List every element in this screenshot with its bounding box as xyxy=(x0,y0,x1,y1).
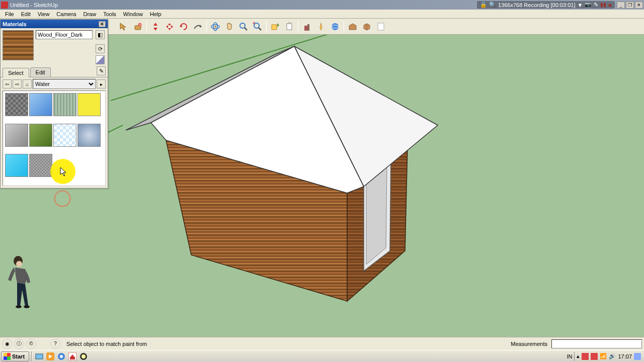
materials-library-select[interactable]: Water xyxy=(33,79,96,89)
tray-network-icon[interactable]: 📶 xyxy=(600,353,607,359)
recording-text: 1366x768 Recording [00:03:01] xyxy=(498,2,576,8)
svg-point-31 xyxy=(16,305,22,308)
tool-rotate[interactable] xyxy=(177,20,190,33)
menu-camera[interactable]: Camera xyxy=(53,10,79,18)
svg-point-29 xyxy=(16,261,22,267)
swatch-item[interactable] xyxy=(29,93,52,116)
status-claim-button[interactable]: © xyxy=(26,339,36,349)
menu-window[interactable]: Window xyxy=(120,10,146,18)
tool-followme[interactable] xyxy=(191,20,204,33)
material-name-input[interactable] xyxy=(36,30,93,39)
swatch-item[interactable] xyxy=(5,93,28,116)
menu-file[interactable]: File xyxy=(2,10,17,18)
maximize-button[interactable]: ❐ xyxy=(626,2,634,9)
taskbar-chrome-icon[interactable] xyxy=(56,351,66,361)
nav-back-button[interactable]: ⇦ xyxy=(3,79,12,88)
tool-warehouse[interactable] xyxy=(346,20,359,33)
menu-view[interactable]: View xyxy=(35,10,53,18)
tool-preview-google[interactable] xyxy=(329,20,342,33)
svg-rect-16 xyxy=(378,23,384,30)
menu-bar: File Edit View Camera Draw Tools Window … xyxy=(0,10,644,19)
tray-clock[interactable]: 17:07 xyxy=(618,353,632,359)
recording-indicator[interactable]: 🔒 🔍 1366x768 Recording [00:03:01] ▼ 📷 ✎ … xyxy=(477,1,615,9)
search-mini-icon: 🔍 xyxy=(489,2,496,8)
start-button[interactable]: Start xyxy=(1,351,29,361)
tool-move[interactable] xyxy=(163,20,176,33)
sample-paint-button[interactable]: ✎ xyxy=(97,66,106,75)
minimize-button[interactable]: _ xyxy=(617,2,625,9)
svg-rect-12 xyxy=(307,24,309,31)
tray-shield-icon[interactable] xyxy=(591,353,598,360)
swatch-item[interactable] xyxy=(5,154,28,177)
menu-edit[interactable]: Edit xyxy=(18,10,34,18)
taskbar-app-icon[interactable] xyxy=(78,351,89,361)
lock-icon: 🔒 xyxy=(480,2,487,8)
window-titlebar: Untitled - SketchUp 🔒 🔍 1366x768 Recordi… xyxy=(0,0,644,10)
taskbar-media-icon[interactable] xyxy=(45,351,55,361)
cursor-pointer-icon xyxy=(59,166,67,176)
svg-rect-11 xyxy=(304,26,307,31)
close-button[interactable]: ✕ xyxy=(635,2,643,9)
svg-point-1 xyxy=(138,23,141,26)
status-geo-button[interactable]: ◉ xyxy=(2,339,12,349)
tool-pushpull[interactable] xyxy=(149,20,162,33)
menu-tools[interactable]: Tools xyxy=(100,10,119,18)
language-indicator[interactable]: IN xyxy=(567,353,572,359)
tool-components[interactable] xyxy=(360,20,373,33)
measurements-input[interactable] xyxy=(551,339,642,348)
tool-building[interactable] xyxy=(300,20,313,33)
swatch-item[interactable] xyxy=(5,124,28,147)
tool-pan[interactable] xyxy=(223,20,236,33)
scale-figure[interactable] xyxy=(4,255,39,310)
material-preview[interactable] xyxy=(3,30,34,60)
app-icon xyxy=(1,2,8,9)
status-credits-button[interactable]: ⓘ xyxy=(14,339,24,349)
tool-zoom-extents[interactable] xyxy=(251,20,264,33)
materials-panel-header[interactable]: Materials ✕ xyxy=(1,20,108,28)
pencil-icon[interactable]: ✎ xyxy=(594,2,598,8)
nav-forward-button[interactable]: ⇨ xyxy=(13,79,22,88)
create-material-button[interactable]: ◧ xyxy=(96,30,105,39)
tool-select[interactable] xyxy=(117,20,130,33)
tray-flag-icon[interactable] xyxy=(582,353,589,360)
nav-details-button[interactable]: ▸ xyxy=(97,79,106,88)
measurements-label: Measurements xyxy=(511,341,549,347)
tab-edit[interactable]: Edit xyxy=(30,67,51,77)
taskbar-desktop-icon[interactable] xyxy=(34,351,44,361)
tray-volume-icon[interactable]: 🔊 xyxy=(609,353,616,359)
swatch-item[interactable] xyxy=(77,124,101,147)
tool-zoom[interactable] xyxy=(237,20,250,33)
taskbar-sketchup-icon[interactable] xyxy=(67,351,77,361)
display-pane-button[interactable] xyxy=(96,55,105,64)
menu-draw[interactable]: Draw xyxy=(80,10,99,18)
tray-up-icon[interactable]: ▴ xyxy=(577,353,580,359)
status-help-button[interactable]: ? xyxy=(50,339,60,349)
swatch-item[interactable] xyxy=(29,154,52,177)
tool-geo-location[interactable] xyxy=(314,20,328,33)
nav-home-button[interactable]: ⌂ xyxy=(23,79,32,88)
tab-select[interactable]: Select xyxy=(3,68,29,77)
rec-stop-icon[interactable]: ■ xyxy=(608,2,612,8)
menu-help[interactable]: Help xyxy=(147,10,165,18)
camera-icon[interactable]: 📷 xyxy=(585,2,592,8)
default-material-button[interactable]: ⟳ xyxy=(96,44,105,53)
svg-rect-32 xyxy=(36,354,43,359)
swatch-item[interactable] xyxy=(77,93,101,116)
start-label: Start xyxy=(12,353,25,359)
tool-share-model[interactable] xyxy=(283,20,296,33)
panel-close-button[interactable]: ✕ xyxy=(99,21,106,27)
tool-orbit[interactable] xyxy=(209,20,222,33)
tool-eraser[interactable] xyxy=(131,20,144,33)
materials-tabs: Select Edit xyxy=(1,67,108,77)
swatch-item[interactable] xyxy=(53,124,76,147)
swatch-item[interactable] xyxy=(29,124,52,147)
rec-pause-icon[interactable]: ▮▮ xyxy=(600,2,606,8)
tool-get-models[interactable] xyxy=(269,20,282,33)
rec-dropdown-icon[interactable]: ▼ xyxy=(577,2,583,8)
status-hint: Select object to match paint from xyxy=(66,341,147,347)
3d-model-house[interactable] xyxy=(123,40,445,311)
svg-point-7 xyxy=(254,23,259,28)
swatch-item[interactable] xyxy=(53,93,76,116)
tool-paper[interactable] xyxy=(374,20,387,33)
tray-extra-icon[interactable] xyxy=(634,353,641,360)
